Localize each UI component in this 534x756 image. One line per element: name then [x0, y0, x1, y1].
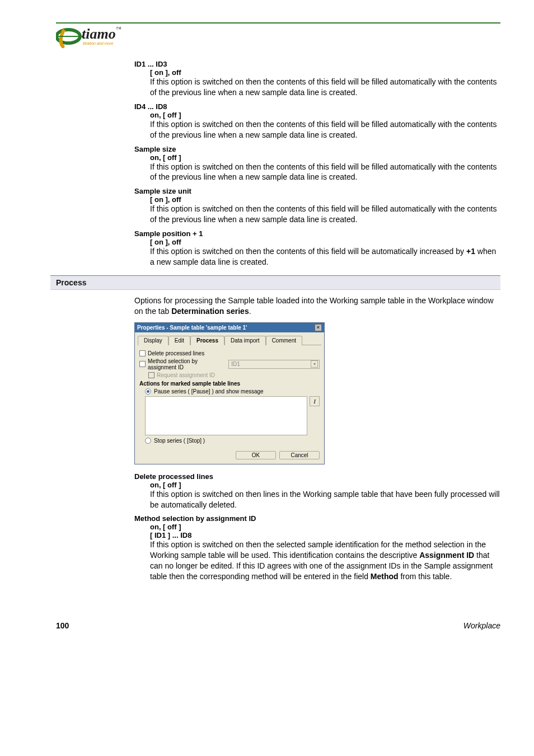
def-head-3: Sample size unit — [134, 187, 500, 195]
section-heading-process: Process — [50, 275, 500, 290]
def-head-delete-processed: Delete processed lines — [134, 472, 500, 481]
def-desc-0: If this option is switched on then the c… — [150, 77, 500, 98]
def-desc-delete-processed: If this option is switched on then lines… — [150, 489, 500, 510]
logo-text: tiamo™ — [82, 26, 121, 43]
radio-pause-series[interactable] — [145, 388, 151, 395]
def-desc-method-selection: If this option is switched on then the s… — [150, 539, 500, 582]
def-desc-1: If this option is switched on then the c… — [150, 119, 500, 140]
dialog-title-text: Properties - Sample table 'sample table … — [137, 325, 247, 331]
def-desc-3: If this option is switched on then the c… — [150, 204, 500, 225]
chevron-down-icon[interactable]: ▾ — [311, 360, 318, 368]
dialog-titlebar: Properties - Sample table 'sample table … — [135, 323, 324, 332]
close-icon[interactable]: × — [315, 324, 322, 331]
def-opt-0: [ on ], off — [150, 68, 500, 77]
def-opt-sample-position: [ on ], off — [150, 238, 500, 246]
tab-display[interactable]: Display — [138, 336, 168, 345]
ok-button[interactable]: OK — [236, 451, 276, 459]
def-head-1: ID4 ... ID8 — [134, 102, 500, 111]
label-delete-processed: Delete processed lines — [148, 350, 204, 356]
checkbox-method-selection[interactable] — [139, 361, 146, 367]
page-footer: 100 Workplace — [56, 621, 500, 630]
tab-process[interactable]: Process — [190, 336, 224, 345]
cancel-button[interactable]: Cancel — [279, 451, 320, 459]
def-head-2: Sample size — [134, 145, 500, 153]
def-opt-method-selection: on, [ off ] — [150, 523, 500, 531]
properties-dialog: Properties - Sample table 'sample table … — [134, 322, 325, 464]
process-intro: Options for processing the Sample table … — [134, 295, 500, 317]
logo: tiamo™ titration and more — [56, 25, 500, 50]
def-desc-sample-position: If this option is switched on then the c… — [150, 246, 500, 267]
def-opt-3: [ on ], off — [150, 195, 500, 204]
header-rule — [56, 22, 500, 24]
label-method-selection: Method selection by assignment ID — [148, 358, 226, 370]
checkbox-request-assignment — [148, 372, 154, 378]
def-opt-delete-processed: on, [ off ] — [150, 481, 500, 489]
logo-tagline: titration and more — [83, 41, 113, 45]
tab-edit[interactable]: Edit — [168, 336, 190, 345]
def-head-0: ID1 ... ID3 — [134, 60, 500, 68]
def-range-method-selection: [ ID1 ] ... ID8 — [150, 531, 500, 539]
group-actions-label: Actions for marked sample table lines — [139, 381, 320, 387]
def-head-method-selection: Method selection by assignment ID — [134, 514, 500, 523]
def-head-sample-position: Sample position + 1 — [134, 229, 500, 238]
message-textarea[interactable] — [145, 396, 307, 435]
dialog-tabs: Display Edit Process Data import Comment — [138, 335, 321, 345]
select-assignment-id[interactable]: ID1 ▾ — [228, 360, 320, 369]
def-desc-2: If this option is switched on then the c… — [150, 162, 500, 183]
label-request-assignment: Request assignment ID — [157, 372, 215, 378]
label-stop-series: Stop series ( [Stop] ) — [154, 438, 205, 444]
page-number: 100 — [56, 621, 69, 630]
checkbox-delete-processed[interactable] — [139, 350, 146, 356]
label-pause-series: Pause series ( [Pause] ) and show messag… — [154, 388, 264, 395]
italic-button[interactable]: I — [310, 396, 320, 406]
radio-stop-series[interactable] — [145, 438, 151, 444]
tab-data-import[interactable]: Data import — [224, 336, 266, 345]
def-opt-2: on, [ off ] — [150, 153, 500, 162]
footer-section: Workplace — [463, 621, 500, 630]
tab-comment[interactable]: Comment — [266, 336, 302, 345]
def-opt-1: on, [ off ] — [150, 111, 500, 119]
